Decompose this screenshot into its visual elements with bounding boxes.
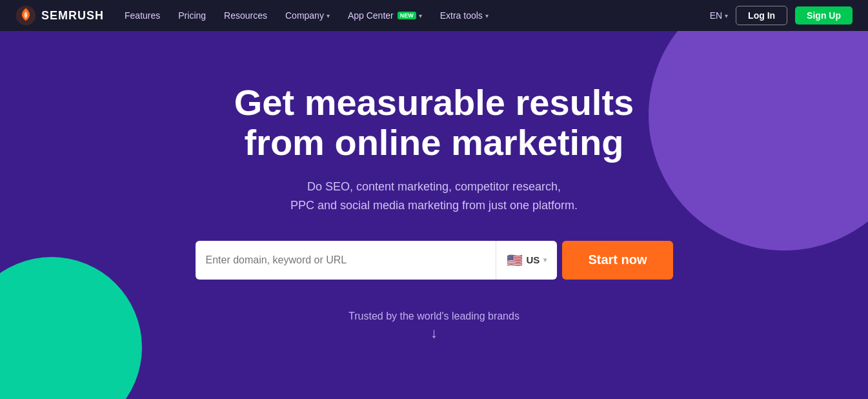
search-input[interactable]: [206, 254, 485, 266]
nav-right: EN ▾ Log In Sign Up: [710, 6, 853, 25]
us-flag-icon: 🇺🇸: [507, 252, 523, 268]
new-badge: new: [398, 12, 416, 19]
nav-resources[interactable]: Resources: [224, 10, 267, 21]
decorative-circle-bottom-left: [0, 257, 142, 399]
chevron-down-icon: ▾: [485, 12, 489, 19]
chevron-down-icon: ▾: [543, 256, 547, 263]
language-selector[interactable]: EN ▾: [710, 10, 728, 21]
hero-content: Get measurable results from online marke…: [196, 83, 673, 280]
hero-section: Get measurable results from online marke…: [0, 31, 868, 399]
decorative-circle-top-right: [649, 31, 868, 251]
login-button[interactable]: Log In: [736, 6, 787, 25]
logo[interactable]: SEMRUSH: [15, 5, 104, 26]
nav-extra-tools[interactable]: Extra tools ▾: [440, 10, 489, 21]
nav-company[interactable]: Company ▾: [285, 10, 330, 21]
search-input-wrapper: [196, 241, 496, 280]
hero-subtitle: Do SEO, content marketing, competitor re…: [196, 178, 673, 215]
chevron-down-icon: ▾: [725, 12, 728, 19]
scroll-down-indicator: ↓: [430, 325, 438, 342]
nav-links: Features Pricing Resources Company ▾ App…: [125, 10, 710, 21]
start-now-button[interactable]: Start now: [562, 241, 672, 280]
hero-title: Get measurable results from online marke…: [196, 83, 673, 162]
nav-features[interactable]: Features: [125, 10, 160, 21]
country-select[interactable]: 🇺🇸 US ▾: [496, 241, 558, 280]
semrush-logo-icon: [15, 5, 36, 26]
chevron-down-icon: ▾: [419, 12, 422, 19]
navbar: SEMRUSH Features Pricing Resources Compa…: [0, 0, 868, 31]
nav-pricing[interactable]: Pricing: [178, 10, 206, 21]
search-form: 🇺🇸 US ▾ Start now: [196, 241, 673, 280]
chevron-down-icon: ▾: [327, 12, 330, 19]
signup-button[interactable]: Sign Up: [795, 6, 853, 25]
nav-app-center[interactable]: App Center new ▾: [348, 10, 422, 21]
brand-name: SEMRUSH: [41, 9, 104, 23]
trusted-text: Trusted by the world's leading brands: [348, 311, 520, 322]
